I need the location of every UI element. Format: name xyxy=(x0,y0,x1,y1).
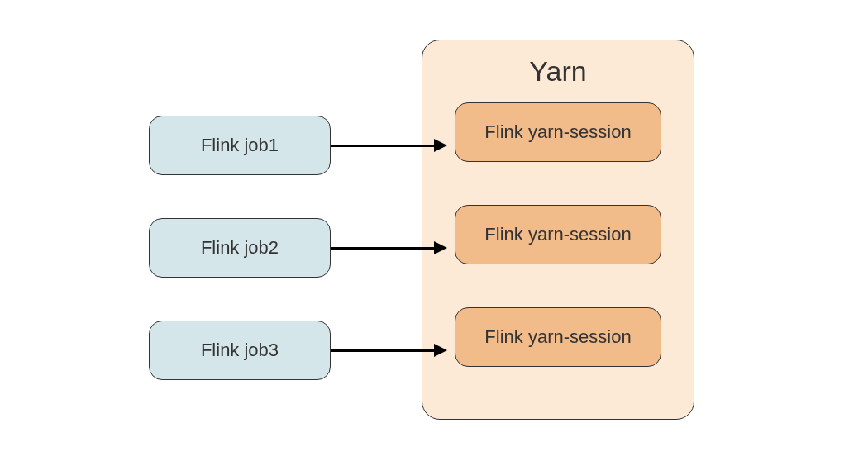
yarn-container: Yarn Flink yarn-session Flink yarn-sessi… xyxy=(422,40,694,420)
yarn-session-3-label: Flink yarn-session xyxy=(484,326,631,348)
arrow-2-line xyxy=(331,247,434,250)
arrow-1-line xyxy=(331,145,434,147)
arrow-3-line xyxy=(331,349,434,352)
flink-job-3-label: Flink job3 xyxy=(201,340,279,361)
flink-job-2-label: Flink job2 xyxy=(201,237,279,259)
flink-job-3-box: Flink job3 xyxy=(149,321,331,380)
arrow-3-head-icon xyxy=(434,344,447,357)
yarn-title: Yarn xyxy=(422,55,694,88)
yarn-session-1-box: Flink yarn-session xyxy=(455,102,661,162)
yarn-session-1-label: Flink yarn-session xyxy=(484,121,631,143)
flink-job-1-label: Flink job1 xyxy=(201,135,279,156)
yarn-session-2-label: Flink yarn-session xyxy=(484,224,631,245)
yarn-session-2-box: Flink yarn-session xyxy=(455,205,661,264)
arrow-2-head-icon xyxy=(434,241,447,254)
arrow-1-head-icon xyxy=(434,139,447,152)
yarn-session-3-box: Flink yarn-session xyxy=(455,307,661,367)
flink-job-2-box: Flink job2 xyxy=(149,218,331,278)
flink-job-1-box: Flink job1 xyxy=(149,116,331,175)
